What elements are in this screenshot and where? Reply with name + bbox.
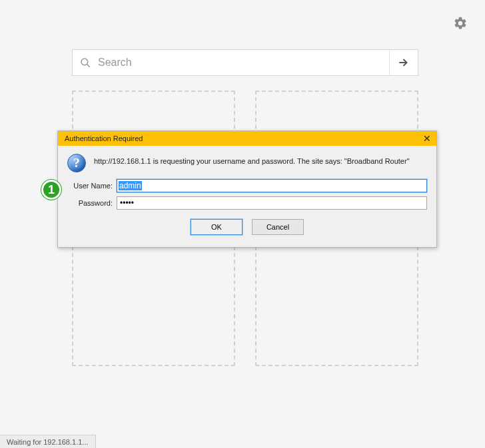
speed-dial-tile[interactable] [72, 246, 235, 366]
speed-dial-tile[interactable] [255, 246, 418, 366]
question-icon: ? [67, 154, 86, 172]
annotation-marker-1: 1 [41, 180, 61, 200]
search-bar [72, 49, 418, 76]
cancel-button[interactable]: Cancel [252, 219, 304, 235]
dialog-message: http://192.168.1.1 is requesting your us… [94, 154, 410, 166]
ok-button[interactable]: OK [191, 219, 242, 235]
auth-dialog: Authentication Required ✕ ? http://192.1… [57, 130, 437, 248]
password-label: Password: [67, 199, 117, 207]
dialog-title: Authentication Required [65, 134, 143, 142]
close-icon[interactable]: ✕ [422, 133, 432, 144]
search-input[interactable] [97, 56, 382, 69]
search-go-button[interactable] [390, 50, 418, 75]
dialog-titlebar: Authentication Required ✕ [58, 131, 436, 146]
settings-gear-icon[interactable] [453, 16, 468, 31]
status-bar: Waiting for 192.168.1.1... [0, 435, 96, 448]
username-label: User Name: [67, 182, 117, 190]
search-box[interactable] [73, 50, 390, 75]
search-icon [79, 57, 91, 69]
username-value: admin [119, 181, 142, 190]
svg-line-1 [87, 64, 89, 67]
username-field[interactable]: admin [117, 179, 427, 192]
svg-point-0 [81, 59, 88, 65]
password-field[interactable] [117, 196, 427, 210]
